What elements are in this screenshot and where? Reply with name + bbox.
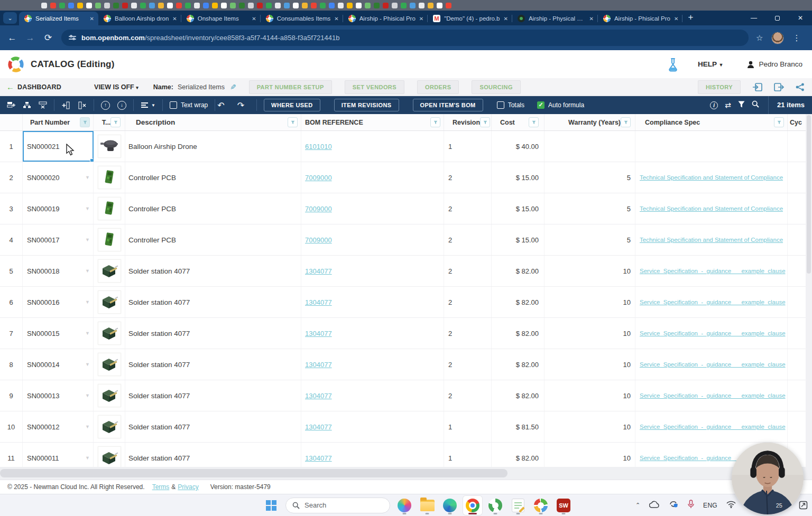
- thumbnail-cell[interactable]: [94, 224, 125, 255]
- tab-close-icon[interactable]: ✕: [334, 16, 338, 22]
- description-cell[interactable]: Balloon Airship Drone: [125, 131, 301, 162]
- user-menu[interactable]: Pedro Branco: [746, 60, 802, 69]
- column-header-warranty[interactable]: Warranty (Years): [545, 114, 635, 130]
- cyc-cell[interactable]: [788, 256, 806, 286]
- notepad-taskbar-icon[interactable]: [509, 496, 528, 515]
- browser-tab-7[interactable]: Airship - Physical Pro✕: [512, 12, 598, 25]
- bom-reference-link[interactable]: 7009000: [305, 174, 332, 182]
- revision-cell[interactable]: 2: [444, 224, 492, 255]
- tab-close-icon[interactable]: ✕: [419, 16, 423, 22]
- browser-tab-6[interactable]: "Demo" (4) - pedro.b✕: [428, 12, 512, 25]
- warranty-cell[interactable]: 10: [545, 318, 635, 349]
- compliance-spec-link[interactable]: Service_Specification_-_guidance___examp…: [640, 268, 786, 274]
- revision-cell[interactable]: 2: [444, 193, 492, 224]
- part-number-cell[interactable]: SN000013▼: [23, 380, 94, 411]
- totals-checkbox[interactable]: Totals: [497, 101, 524, 109]
- file-explorer-taskbar-icon[interactable]: [418, 496, 437, 515]
- chrome-taskbar-icon[interactable]: [463, 496, 482, 515]
- part-number-cell[interactable]: SN000015▼: [23, 318, 94, 349]
- language-indicator[interactable]: ENG: [703, 502, 717, 509]
- row-number[interactable]: 8: [0, 349, 23, 380]
- compliance-cell[interactable]: Service_Specification_-_guidance___examp…: [635, 380, 788, 411]
- filter-icon[interactable]: [774, 117, 784, 127]
- thumbnail-cell[interactable]: [94, 411, 125, 442]
- compliance-cell[interactable]: Service_Specification_-_guidance___examp…: [635, 287, 788, 317]
- bom-reference-cell[interactable]: 7009000: [301, 224, 444, 255]
- compliance-cell[interactable]: Technical Specification and Statement of…: [635, 193, 788, 224]
- bom-reference-cell[interactable]: 1304077: [301, 380, 444, 411]
- edit-name-icon[interactable]: ✎: [230, 83, 236, 91]
- solidworks-taskbar-icon[interactable]: SW: [554, 496, 573, 515]
- browser-profile-avatar[interactable]: [771, 32, 784, 44]
- bom-reference-cell[interactable]: 7009000: [301, 162, 444, 193]
- help-menu[interactable]: HELP ▼: [698, 60, 723, 68]
- filter-icon[interactable]: [529, 117, 539, 127]
- info-icon[interactable]: i: [710, 101, 718, 109]
- thumbnail-cell[interactable]: [94, 380, 125, 411]
- warranty-cell[interactable]: 5: [545, 224, 635, 255]
- part-number-cell[interactable]: SN000016▼: [23, 287, 94, 317]
- revision-cell[interactable]: 2: [444, 287, 492, 317]
- where-used-button[interactable]: WHERE USED: [264, 99, 320, 111]
- window-close-button[interactable]: ✕: [789, 11, 812, 25]
- redo-icon[interactable]: ↷: [237, 100, 250, 110]
- browser-menu-icon[interactable]: ⋮: [792, 33, 800, 43]
- undo-icon[interactable]: ↶: [217, 100, 229, 110]
- search-icon[interactable]: [752, 100, 759, 110]
- compliance-cell[interactable]: Service_Specification_-_guidance___examp…: [635, 318, 788, 349]
- bom-reference-link[interactable]: 1304077: [305, 454, 332, 462]
- cost-cell[interactable]: $ 15.00: [492, 224, 545, 255]
- compliance-cell[interactable]: Service_Specification_-_guidance___examp…: [635, 411, 788, 442]
- privacy-link[interactable]: Privacy: [178, 483, 198, 491]
- cyc-cell[interactable]: [788, 193, 806, 224]
- warranty-cell[interactable]: 5: [545, 193, 635, 224]
- browser-tab-3[interactable]: Onshape Items✕: [181, 12, 261, 25]
- cell-dropdown-caret-icon[interactable]: ▼: [85, 206, 90, 211]
- tray-overflow-chevron-icon[interactable]: ⌃: [635, 502, 640, 509]
- add-column-icon[interactable]: [61, 101, 70, 109]
- part-number-cell[interactable]: SN000018▼: [23, 256, 94, 286]
- warranty-cell[interactable]: 10: [545, 411, 635, 442]
- terms-link[interactable]: Terms: [152, 483, 170, 491]
- bom-reference-cell[interactable]: 1304077: [301, 287, 444, 317]
- revision-cell[interactable]: 2: [444, 318, 492, 349]
- sourcing-button[interactable]: SOURCING: [472, 80, 520, 94]
- vertical-scrollbar-thumb[interactable]: [807, 115, 811, 274]
- bom-reference-link[interactable]: 7009000: [305, 205, 332, 213]
- filter-icon[interactable]: [80, 117, 90, 127]
- view-toggle[interactable]: VIEW IS OFF ▾: [94, 83, 139, 91]
- bom-reference-link[interactable]: 1304077: [305, 361, 332, 369]
- flask-icon[interactable]: [666, 57, 680, 72]
- cyc-cell[interactable]: [788, 162, 806, 193]
- compliance-cell[interactable]: Service_Specification_-_guidance___examp…: [635, 256, 788, 286]
- filter-icon[interactable]: [738, 100, 745, 110]
- description-cell[interactable]: Solder station 4077: [125, 411, 301, 442]
- cost-cell[interactable]: $ 81.50: [492, 411, 545, 442]
- wifi-icon[interactable]: [726, 501, 736, 510]
- cell-dropdown-caret-icon[interactable]: ▼: [85, 424, 90, 429]
- part-number-cell[interactable]: SN000021▼: [23, 131, 94, 162]
- browser-tab-1[interactable]: Serialized Items✕: [19, 12, 98, 25]
- column-header-compliance-spec[interactable]: Compliance Spec: [635, 114, 788, 130]
- description-cell[interactable]: Solder station 4077: [125, 380, 301, 411]
- cyc-cell[interactable]: [788, 224, 806, 255]
- thumbnail-cell[interactable]: [94, 256, 125, 286]
- browser-tab-8[interactable]: Airship - Phisical Pro✕: [598, 12, 682, 25]
- revision-cell[interactable]: 1: [444, 411, 492, 442]
- column-header-cyc[interactable]: Cyc: [788, 114, 806, 130]
- thumbnail-cell[interactable]: [94, 131, 125, 162]
- part-number-cell[interactable]: SN000019▼: [23, 193, 94, 224]
- horizontal-scrollbar-thumb[interactable]: [0, 469, 508, 477]
- column-header-thumbnail[interactable]: T...: [94, 114, 125, 130]
- set-vendors-button[interactable]: SET VENDORS: [345, 80, 404, 94]
- cell-dropdown-caret-icon[interactable]: ▼: [85, 362, 90, 367]
- compliance-spec-link[interactable]: Technical Specification and Statement of…: [640, 174, 783, 181]
- move-down-icon[interactable]: ↓: [117, 101, 126, 110]
- part-number-cell[interactable]: SN000012▼: [23, 411, 94, 442]
- filter-icon[interactable]: [621, 117, 631, 127]
- description-cell[interactable]: Controller PCB: [125, 193, 301, 224]
- tab-close-icon[interactable]: ✕: [589, 16, 594, 22]
- warranty-cell[interactable]: [545, 131, 635, 162]
- row-number[interactable]: 7: [0, 318, 23, 349]
- part-number-setup-button[interactable]: PART NUMBER SETUP: [249, 80, 332, 94]
